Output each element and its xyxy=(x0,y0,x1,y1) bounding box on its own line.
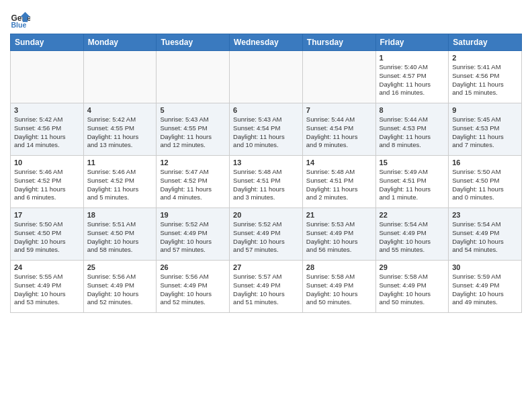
week-row-4: 17Sunrise: 5:50 AM Sunset: 4:50 PM Dayli… xyxy=(11,208,522,261)
day-detail: Sunrise: 5:54 AM Sunset: 4:49 PM Dayligh… xyxy=(452,220,518,255)
day-cell: 1Sunrise: 5:40 AM Sunset: 4:57 PM Daylig… xyxy=(375,51,449,103)
day-cell: 10Sunrise: 5:46 AM Sunset: 4:52 PM Dayli… xyxy=(11,156,84,208)
day-number: 9 xyxy=(452,106,518,114)
day-detail: Sunrise: 5:54 AM Sunset: 4:49 PM Dayligh… xyxy=(380,220,445,255)
day-detail: Sunrise: 5:58 AM Sunset: 4:49 PM Dayligh… xyxy=(380,273,445,307)
day-number: 26 xyxy=(160,263,226,271)
day-detail: Sunrise: 5:59 AM Sunset: 4:49 PM Dayligh… xyxy=(452,273,518,307)
day-number: 4 xyxy=(87,106,153,114)
day-number: 15 xyxy=(380,158,445,167)
day-detail: Sunrise: 5:56 AM Sunset: 4:49 PM Dayligh… xyxy=(160,273,226,307)
day-cell: 14Sunrise: 5:48 AM Sunset: 4:51 PM Dayli… xyxy=(302,156,375,208)
day-detail: Sunrise: 5:51 AM Sunset: 4:50 PM Dayligh… xyxy=(87,220,153,255)
day-cell: 9Sunrise: 5:45 AM Sunset: 4:53 PM Daylig… xyxy=(449,103,522,156)
day-cell: 15Sunrise: 5:49 AM Sunset: 4:51 PM Dayli… xyxy=(375,156,449,208)
day-detail: Sunrise: 5:45 AM Sunset: 4:53 PM Dayligh… xyxy=(452,116,518,150)
col-header-tuesday: Tuesday xyxy=(157,34,230,51)
day-number: 2 xyxy=(452,54,518,62)
week-row-3: 10Sunrise: 5:46 AM Sunset: 4:52 PM Dayli… xyxy=(11,156,522,208)
col-header-monday: Monday xyxy=(83,34,157,51)
day-detail: Sunrise: 5:46 AM Sunset: 4:52 PM Dayligh… xyxy=(87,168,153,202)
day-cell: 24Sunrise: 5:55 AM Sunset: 4:49 PM Dayli… xyxy=(11,261,84,313)
day-detail: Sunrise: 5:43 AM Sunset: 4:55 PM Dayligh… xyxy=(160,116,226,150)
day-detail: Sunrise: 5:43 AM Sunset: 4:54 PM Dayligh… xyxy=(233,116,299,150)
day-cell: 11Sunrise: 5:46 AM Sunset: 4:52 PM Dayli… xyxy=(83,156,157,208)
day-number: 1 xyxy=(380,54,445,62)
day-cell xyxy=(11,51,84,103)
day-cell xyxy=(157,51,230,103)
day-number: 18 xyxy=(87,211,153,219)
day-detail: Sunrise: 5:44 AM Sunset: 4:54 PM Dayligh… xyxy=(306,116,372,150)
col-header-saturday: Saturday xyxy=(449,34,522,51)
day-cell: 16Sunrise: 5:50 AM Sunset: 4:50 PM Dayli… xyxy=(449,156,522,208)
day-cell: 29Sunrise: 5:58 AM Sunset: 4:49 PM Dayli… xyxy=(375,261,449,313)
day-detail: Sunrise: 5:46 AM Sunset: 4:52 PM Dayligh… xyxy=(14,168,80,202)
day-number: 10 xyxy=(14,158,80,167)
page-container: General Blue SundayMondayTuesdayWednesda… xyxy=(0,0,532,320)
day-number: 13 xyxy=(233,158,299,167)
logo-icon: General Blue xyxy=(10,9,30,30)
header-row: SundayMondayTuesdayWednesdayThursdayFrid… xyxy=(11,34,522,51)
day-number: 7 xyxy=(306,106,372,114)
day-number: 24 xyxy=(14,263,80,271)
day-cell: 12Sunrise: 5:47 AM Sunset: 4:52 PM Dayli… xyxy=(157,156,230,208)
day-cell: 17Sunrise: 5:50 AM Sunset: 4:50 PM Dayli… xyxy=(11,208,84,261)
col-header-thursday: Thursday xyxy=(302,34,375,51)
day-cell: 25Sunrise: 5:56 AM Sunset: 4:49 PM Dayli… xyxy=(83,261,157,313)
day-detail: Sunrise: 5:41 AM Sunset: 4:56 PM Dayligh… xyxy=(452,63,518,97)
day-number: 8 xyxy=(380,106,445,114)
day-detail: Sunrise: 5:52 AM Sunset: 4:49 PM Dayligh… xyxy=(233,220,299,255)
col-header-sunday: Sunday xyxy=(11,34,84,51)
week-row-1: 1Sunrise: 5:40 AM Sunset: 4:57 PM Daylig… xyxy=(11,51,522,103)
day-cell: 7Sunrise: 5:44 AM Sunset: 4:54 PM Daylig… xyxy=(302,103,375,156)
day-cell: 18Sunrise: 5:51 AM Sunset: 4:50 PM Dayli… xyxy=(83,208,157,261)
day-cell: 30Sunrise: 5:59 AM Sunset: 4:49 PM Dayli… xyxy=(449,261,522,313)
col-header-friday: Friday xyxy=(375,34,449,51)
day-detail: Sunrise: 5:44 AM Sunset: 4:53 PM Dayligh… xyxy=(380,116,445,150)
day-number: 11 xyxy=(87,158,153,167)
day-cell: 5Sunrise: 5:43 AM Sunset: 4:55 PM Daylig… xyxy=(157,103,230,156)
day-cell: 23Sunrise: 5:54 AM Sunset: 4:49 PM Dayli… xyxy=(449,208,522,261)
day-number: 17 xyxy=(14,211,80,219)
day-detail: Sunrise: 5:52 AM Sunset: 4:49 PM Dayligh… xyxy=(160,220,226,255)
day-detail: Sunrise: 5:53 AM Sunset: 4:49 PM Dayligh… xyxy=(306,220,372,255)
day-number: 23 xyxy=(452,211,518,219)
day-number: 14 xyxy=(306,158,372,167)
day-cell: 19Sunrise: 5:52 AM Sunset: 4:49 PM Dayli… xyxy=(157,208,230,261)
day-cell: 28Sunrise: 5:58 AM Sunset: 4:49 PM Dayli… xyxy=(302,261,375,313)
day-cell xyxy=(83,51,157,103)
day-detail: Sunrise: 5:48 AM Sunset: 4:51 PM Dayligh… xyxy=(233,168,299,202)
week-row-2: 3Sunrise: 5:42 AM Sunset: 4:56 PM Daylig… xyxy=(11,103,522,156)
day-number: 29 xyxy=(380,263,445,271)
day-cell: 3Sunrise: 5:42 AM Sunset: 4:56 PM Daylig… xyxy=(11,103,84,156)
day-cell: 21Sunrise: 5:53 AM Sunset: 4:49 PM Dayli… xyxy=(302,208,375,261)
day-detail: Sunrise: 5:50 AM Sunset: 4:50 PM Dayligh… xyxy=(14,220,80,255)
day-cell: 22Sunrise: 5:54 AM Sunset: 4:49 PM Dayli… xyxy=(375,208,449,261)
day-number: 5 xyxy=(160,106,226,114)
day-cell: 2Sunrise: 5:41 AM Sunset: 4:56 PM Daylig… xyxy=(449,51,522,103)
day-detail: Sunrise: 5:49 AM Sunset: 4:51 PM Dayligh… xyxy=(380,168,445,202)
day-detail: Sunrise: 5:42 AM Sunset: 4:55 PM Dayligh… xyxy=(87,116,153,150)
day-detail: Sunrise: 5:48 AM Sunset: 4:51 PM Dayligh… xyxy=(306,168,372,202)
day-number: 25 xyxy=(87,263,153,271)
header: General Blue xyxy=(10,7,522,30)
day-detail: Sunrise: 5:56 AM Sunset: 4:49 PM Dayligh… xyxy=(87,273,153,307)
day-detail: Sunrise: 5:58 AM Sunset: 4:49 PM Dayligh… xyxy=(306,273,372,307)
day-cell: 26Sunrise: 5:56 AM Sunset: 4:49 PM Dayli… xyxy=(157,261,230,313)
day-number: 3 xyxy=(14,106,80,114)
day-cell xyxy=(302,51,375,103)
day-detail: Sunrise: 5:50 AM Sunset: 4:50 PM Dayligh… xyxy=(452,168,518,202)
day-cell xyxy=(230,51,303,103)
day-number: 22 xyxy=(380,211,445,219)
day-cell: 13Sunrise: 5:48 AM Sunset: 4:51 PM Dayli… xyxy=(230,156,303,208)
day-detail: Sunrise: 5:42 AM Sunset: 4:56 PM Dayligh… xyxy=(14,116,80,150)
week-row-5: 24Sunrise: 5:55 AM Sunset: 4:49 PM Dayli… xyxy=(11,261,522,313)
day-detail: Sunrise: 5:57 AM Sunset: 4:49 PM Dayligh… xyxy=(233,273,299,307)
logo: General Blue xyxy=(10,9,32,30)
day-number: 6 xyxy=(233,106,299,114)
day-cell: 8Sunrise: 5:44 AM Sunset: 4:53 PM Daylig… xyxy=(375,103,449,156)
day-number: 12 xyxy=(160,158,226,167)
day-cell: 27Sunrise: 5:57 AM Sunset: 4:49 PM Dayli… xyxy=(230,261,303,313)
day-number: 21 xyxy=(306,211,372,219)
day-number: 19 xyxy=(160,211,226,219)
